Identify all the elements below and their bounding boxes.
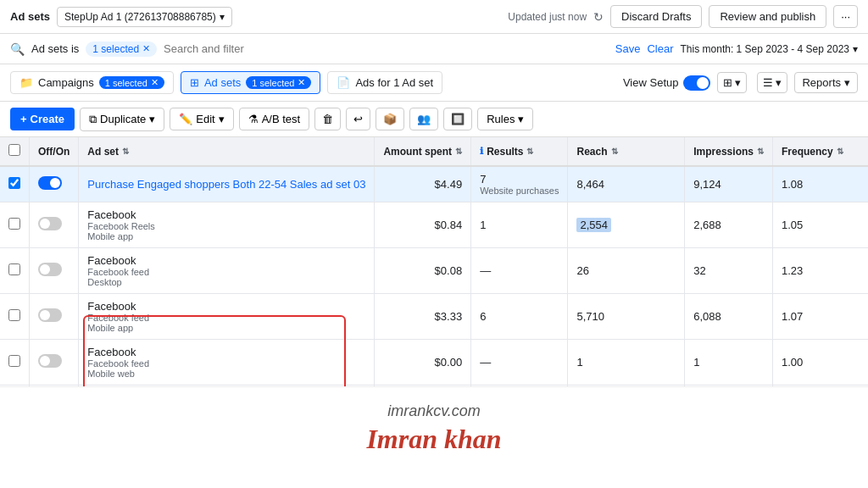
edit-button[interactable]: ✏️ Edit ▾: [170, 108, 233, 130]
more-options-button[interactable]: ···: [833, 5, 858, 28]
row-reach-cell: 26: [568, 248, 685, 294]
offon-label: Off/On: [38, 146, 70, 158]
row-amount-spent-cell: $4.49: [375, 166, 471, 202]
highlighted-reach: 2,554: [576, 218, 611, 232]
toggle-dot: [50, 178, 60, 188]
sort-icon[interactable]: ⇅: [837, 147, 843, 156]
row-impressions-cell: 315: [685, 385, 773, 387]
row-reach-cell: 5,710: [568, 294, 685, 340]
clear-campaigns-icon[interactable]: ✕: [151, 77, 159, 88]
row-adset-name-cell: FacebookFacebook feedMobile web: [79, 340, 375, 385]
row-adset-name-cell: FacebookFacebook feedMobile app: [79, 294, 375, 340]
row-checkbox[interactable]: [8, 309, 20, 321]
delete-button[interactable]: 🗑: [314, 108, 341, 130]
placement-text: Facebook Reels: [87, 221, 365, 231]
frequency-header: Frequency⇅: [772, 137, 868, 166]
duplicate-button[interactable]: ⧉ Duplicate ▾: [80, 108, 164, 131]
ab-test-button[interactable]: ⚗ A/B test: [239, 108, 310, 130]
row-results-cell: —: [471, 340, 568, 385]
row-results-cell: 6: [471, 294, 568, 340]
preview-button[interactable]: 🔲: [443, 108, 472, 130]
results-value: 6: [480, 310, 559, 323]
table-row: FacebookFacebook feedMobile web$0.00—111…: [0, 340, 868, 385]
row-toggle[interactable]: [38, 176, 62, 190]
view-setup[interactable]: View Setup: [623, 75, 711, 91]
undo-button[interactable]: ↩: [346, 108, 370, 130]
chevron-down-icon: ▾: [219, 113, 225, 125]
clear-button[interactable]: Clear: [647, 42, 673, 55]
archive-icon: 📦: [383, 113, 397, 125]
save-button[interactable]: Save: [615, 42, 641, 55]
device-text: Mobile app: [87, 231, 365, 241]
select-all-header[interactable]: [0, 137, 30, 166]
row-results-cell: —: [471, 385, 568, 387]
results-value: 7: [480, 173, 559, 186]
row-frequency-cell: 1.00: [772, 340, 868, 385]
rules-label: Rules: [487, 113, 515, 125]
view-setup-toggle[interactable]: [683, 75, 710, 91]
info-icon[interactable]: ℹ: [480, 146, 483, 157]
create-button[interactable]: + Create: [10, 108, 75, 130]
tab-campaigns[interactable]: 📁 Campaigns 1 selected ✕: [10, 71, 174, 94]
chevron-down-icon: ▾: [776, 76, 782, 89]
sort-icon[interactable]: ⇅: [455, 147, 462, 156]
undo-icon: ↩: [353, 113, 363, 125]
row-checkbox[interactable]: [8, 263, 20, 275]
row-impressions-cell: 1: [685, 340, 773, 385]
device-text: Mobile web: [87, 369, 365, 379]
sort-icon[interactable]: ⇅: [757, 147, 764, 156]
row-adset-name-cell: FacebookFacebook ReelsMobile app: [79, 202, 375, 248]
review-publish-button[interactable]: Review and publish: [709, 5, 826, 28]
sort-icon[interactable]: ⇅: [526, 147, 533, 156]
grid-icon: ⊞: [723, 76, 732, 89]
row-toggle[interactable]: [38, 263, 62, 276]
row-checkbox[interactable]: [8, 218, 20, 230]
clear-selection-icon[interactable]: ✕: [142, 43, 150, 54]
row-results-cell: 7Website purchases: [471, 166, 568, 202]
adsets-grid-icon: ⊞: [190, 76, 199, 89]
reports-button[interactable]: Reports ▾: [794, 72, 858, 93]
search-input[interactable]: [164, 42, 609, 55]
row-toggle-cell: [30, 340, 79, 385]
device-text: Desktop: [87, 277, 365, 287]
row-checkbox-cell: [0, 248, 30, 294]
clear-adsets-icon[interactable]: ✕: [298, 77, 305, 88]
row-checkbox[interactable]: [8, 177, 20, 189]
discard-drafts-button[interactable]: Discard Drafts: [610, 5, 702, 28]
row-checkbox[interactable]: [8, 355, 20, 367]
adset-name: Facebook: [87, 346, 365, 358]
row-checkbox-cell: [0, 166, 30, 202]
row-toggle[interactable]: [38, 217, 62, 230]
toggle-dot: [697, 77, 709, 89]
row-toggle-cell: [30, 294, 79, 340]
tab-ads[interactable]: 📄 Ads for 1 Ad set: [327, 71, 442, 94]
filter-label: Ad sets is: [31, 42, 79, 55]
refresh-button[interactable]: ↻: [593, 10, 604, 24]
adset-name: Facebook: [87, 208, 365, 221]
search-icon: 🔍: [10, 42, 25, 56]
row-amount-spent-cell: $0.84: [375, 202, 471, 248]
selected-badge: 1 selected ✕: [86, 42, 157, 57]
account-select[interactable]: StepUp Ad 1 (272613708886785) ▾: [57, 7, 232, 27]
row-toggle[interactable]: [38, 354, 62, 368]
rules-button[interactable]: Rules ▾: [477, 108, 533, 130]
date-range[interactable]: This month: 1 Sep 2023 - 4 Sep 2023 ▾: [681, 43, 858, 55]
row-amount-spent-cell: $0.00: [375, 340, 471, 385]
sort-icon[interactable]: ⇅: [611, 147, 618, 156]
results-sub-text: Website purchases: [480, 186, 559, 196]
website-text: imrankcv.com: [0, 402, 868, 420]
table-row: FacebookFacebook feedMobile app$3.3365,7…: [0, 294, 868, 340]
toolbar: + Create ⧉ Duplicate ▾ ✏️ Edit ▾ ⚗ A/B t…: [0, 102, 868, 137]
sort-icon[interactable]: ⇅: [122, 147, 129, 156]
grid-view-button[interactable]: ⊞ ▾: [717, 72, 747, 93]
columns-button[interactable]: ☰ ▾: [757, 72, 787, 93]
audience-button[interactable]: 👥: [409, 108, 438, 130]
tab-adsets[interactable]: ⊞ Ad sets 1 selected ✕: [181, 71, 321, 94]
select-all-checkbox[interactable]: [8, 144, 20, 156]
bottom-section: imrankcv.com Imran khan: [0, 386, 868, 462]
row-toggle[interactable]: [38, 308, 62, 322]
archive-button[interactable]: 📦: [376, 108, 404, 130]
toggle-dot: [40, 356, 50, 366]
adset-link[interactable]: Purchase Engaged shoppers Both 22-54 Sal…: [87, 178, 365, 191]
trash-icon: 🗑: [322, 113, 333, 125]
